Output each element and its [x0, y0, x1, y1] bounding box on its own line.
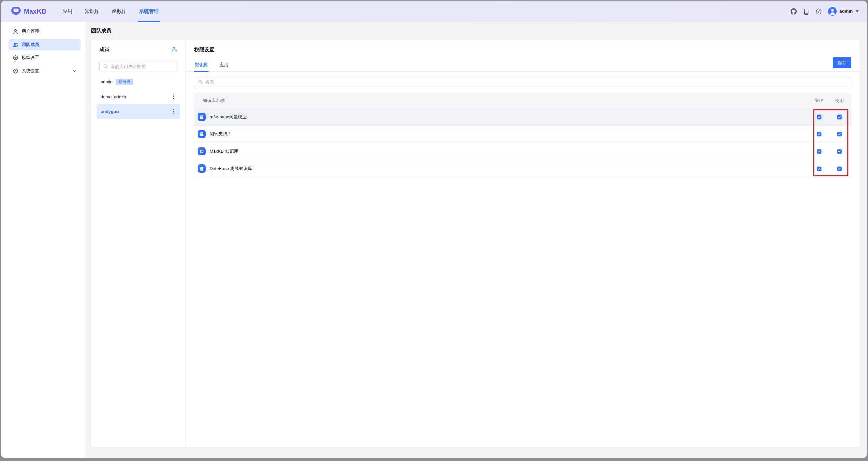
permission-search[interactable] — [194, 77, 851, 87]
tab-knowledge[interactable]: 知识库 — [194, 62, 209, 71]
use-checkbox[interactable] — [837, 132, 842, 136]
page-title: 团队成员 — [91, 28, 111, 34]
cube-icon — [12, 55, 18, 61]
nav-item-knowledge[interactable]: 知识库 — [83, 1, 101, 22]
maxkb-logo[interactable]: MaxKB — [11, 6, 46, 17]
knowledge-base-icon — [198, 147, 206, 155]
tab-application[interactable]: 应用 — [219, 62, 229, 71]
table-row: MaxKB 知识库 — [194, 143, 851, 160]
team-icon — [12, 42, 18, 48]
chevron-down-icon[interactable] — [73, 69, 77, 73]
sidebar-item-model-settings[interactable]: 模型设置 — [8, 52, 81, 63]
permission-tabs: 知识库 应用 — [186, 62, 860, 72]
sidebar: 用户管理 团队成员 模型设置 — [1, 22, 85, 458]
column-header-name: 知识库名称 — [194, 98, 809, 104]
member-name: admin — [101, 79, 112, 84]
column-header-manage: 管理 — [809, 98, 829, 104]
gear-icon — [12, 68, 18, 74]
knowledge-base-name: 测试支持库 — [210, 131, 232, 137]
nav-item-functions[interactable]: 函数库 — [110, 1, 128, 22]
search-icon — [198, 80, 203, 84]
sidebar-item-label: 模型设置 — [22, 55, 39, 61]
docs-book-icon[interactable] — [803, 8, 809, 15]
manage-checkbox[interactable] — [817, 132, 821, 136]
member-search-input[interactable] — [110, 64, 174, 69]
knowledge-base-icon — [198, 130, 206, 138]
search-icon — [103, 64, 108, 69]
manage-checkbox[interactable] — [817, 115, 821, 119]
knowledge-base-name-cell: m3e-base向量模型 — [194, 113, 809, 121]
top-navbar: MaxKB 应用 知识库 函数库 系统管理 — [1, 1, 867, 22]
permission-search-input[interactable] — [205, 80, 848, 85]
member-name: demo_admin — [101, 94, 126, 99]
member-item-admin[interactable]: admin 所有者 — [97, 74, 180, 89]
nav-item-apps[interactable]: 应用 — [61, 1, 74, 22]
member-item-andyguo[interactable]: andyguo — [97, 104, 180, 119]
member-item-demo-admin[interactable]: demo_admin — [97, 89, 180, 104]
user-name: admin — [839, 9, 853, 14]
column-header-use: 使用 — [829, 98, 849, 104]
avatar — [828, 7, 837, 16]
use-checkbox[interactable] — [837, 149, 842, 154]
use-checkbox[interactable] — [837, 115, 842, 119]
sidebar-item-team-members[interactable]: 团队成员 — [8, 39, 81, 50]
kebab-menu-icon[interactable] — [171, 94, 176, 99]
content-area: 团队成员 成员 — [85, 22, 867, 458]
sidebar-item-user-management[interactable]: 用户管理 — [8, 26, 81, 37]
manage-checkbox[interactable] — [817, 149, 821, 154]
manage-checkbox[interactable] — [817, 167, 821, 171]
add-member-icon[interactable] — [171, 46, 177, 52]
navbar-right: admin — [791, 7, 859, 16]
member-list: admin 所有者 demo_admin andyguo — [91, 74, 185, 119]
kebab-menu-icon[interactable] — [171, 109, 176, 114]
knowledge-base-name-cell: 测试支持库 — [194, 130, 809, 138]
knowledge-base-name: MaxKB 知识库 — [210, 148, 238, 154]
knowledge-table: 知识库名称 管理 使用 m3e-base向量模型 — [194, 93, 851, 177]
nav-item-system[interactable]: 系统管理 — [138, 1, 160, 22]
knowledge-base-name-cell: MaxKB 知识库 — [194, 147, 809, 155]
members-panel: 成员 — [91, 40, 186, 447]
table-row: 测试支持库 — [194, 126, 851, 143]
knowledge-base-name-cell: DateEase 离线知识库 — [194, 164, 809, 173]
table-header: 知识库名称 管理 使用 — [194, 93, 851, 108]
caret-down-icon — [856, 10, 859, 12]
main-nav: 应用 知识库 函数库 系统管理 — [61, 1, 160, 22]
save-button[interactable]: 保存 — [833, 57, 851, 68]
user-menu[interactable]: admin — [828, 7, 859, 16]
logo-text: MaxKB — [24, 8, 46, 15]
app-window: MaxKB 应用 知识库 函数库 系统管理 — [1, 1, 867, 458]
knowledge-base-icon — [198, 113, 206, 121]
permissions-panel: 权限设置 保存 知识库 应用 知识库名称 管理 使用 — [186, 40, 860, 447]
sidebar-item-label: 系统设置 — [22, 68, 39, 74]
github-icon[interactable] — [791, 8, 797, 15]
members-title: 成员 — [99, 46, 109, 53]
member-search[interactable] — [99, 61, 177, 71]
table-row: m3e-base向量模型 — [194, 108, 851, 126]
member-name: andyguo — [101, 109, 119, 114]
team-members-card: 成员 — [91, 40, 860, 447]
help-icon[interactable] — [816, 8, 822, 15]
table-row: DateEase 离线知识库 — [194, 160, 851, 177]
owner-badge: 所有者 — [116, 79, 133, 85]
permissions-title: 权限设置 — [186, 40, 860, 53]
knowledge-base-name: m3e-base向量模型 — [210, 114, 247, 120]
robot-logo-icon — [11, 6, 21, 17]
use-checkbox[interactable] — [837, 167, 842, 171]
knowledge-base-name: DateEase 离线知识库 — [210, 165, 252, 172]
sidebar-item-label: 团队成员 — [22, 42, 39, 48]
sidebar-item-label: 用户管理 — [22, 28, 39, 34]
sidebar-item-system-settings[interactable]: 系统设置 — [8, 65, 81, 77]
user-icon — [12, 29, 18, 34]
knowledge-base-icon — [198, 164, 206, 173]
